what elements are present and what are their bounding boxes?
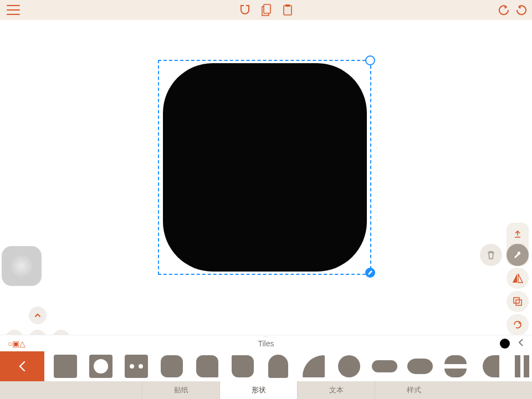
paste-icon[interactable] <box>282 4 293 16</box>
side-tools <box>507 223 529 335</box>
shape-mode-icon[interactable]: ○▣△ <box>8 339 25 348</box>
shapes-row[interactable] <box>44 355 532 378</box>
canvas[interactable] <box>0 20 532 335</box>
nudge-up-button[interactable] <box>29 306 47 324</box>
shape-tile-square-hole[interactable] <box>88 355 114 378</box>
tab-text[interactable]: 文本 <box>297 381 375 399</box>
menu-icon[interactable] <box>7 5 20 15</box>
copy-icon[interactable] <box>261 4 272 16</box>
shape-tile-rounded-square[interactable] <box>158 355 185 378</box>
shape-tile-quarter[interactable] <box>300 355 327 378</box>
edit-handle-icon[interactable] <box>365 268 375 278</box>
tab-shapes[interactable]: 形状 <box>219 381 297 399</box>
shape-tile-pill-tall[interactable] <box>265 355 291 378</box>
top-toolbar <box>0 0 532 20</box>
top-right-group <box>499 4 526 16</box>
shape-tile-moon[interactable] <box>478 355 504 378</box>
svg-rect-10 <box>514 298 519 303</box>
top-center-group <box>239 4 293 16</box>
panel-header: ︿ ○▣△ Tiles <box>0 335 532 351</box>
panel-back-button[interactable] <box>0 351 44 381</box>
shape-tile-ring[interactable] <box>442 355 469 378</box>
shape-tile-bean[interactable] <box>407 355 433 378</box>
svg-rect-5 <box>264 4 270 13</box>
rotate-handle-icon[interactable] <box>365 55 375 65</box>
bring-forward-button[interactable] <box>507 225 529 244</box>
chevron-left-icon[interactable] <box>518 338 524 349</box>
shape-tile-leaf-1[interactable] <box>194 355 221 378</box>
tab-style[interactable]: 样式 <box>375 381 452 399</box>
undo-icon[interactable] <box>499 4 510 16</box>
delete-button[interactable] <box>480 244 502 266</box>
selection-bounding-box <box>158 60 371 275</box>
svg-rect-11 <box>516 300 521 305</box>
flip-horizontal-button[interactable] <box>507 268 529 289</box>
svg-rect-6 <box>284 6 291 15</box>
shape-tile-bars[interactable] <box>513 355 532 378</box>
shape-tile-square[interactable] <box>52 355 79 378</box>
fill-color-swatch[interactable] <box>500 339 510 349</box>
shape-tile-pill[interactable] <box>371 355 398 378</box>
panel-title: Tiles <box>258 339 274 348</box>
assistive-touch-icon[interactable] <box>2 246 42 286</box>
canvas-bottom-tools <box>480 244 529 266</box>
bottom-tabs: 贴纸 形状 文本 样式 <box>0 381 532 399</box>
properties-button[interactable] <box>507 244 529 266</box>
magnet-icon[interactable] <box>239 4 251 16</box>
tab-stickers[interactable]: 贴纸 <box>142 381 219 399</box>
duplicate-button[interactable] <box>507 291 529 312</box>
shape-tile-leaf-2[interactable] <box>229 355 256 378</box>
rotate-button[interactable] <box>507 314 529 335</box>
svg-rect-7 <box>285 4 290 7</box>
shape-tile-circle[interactable] <box>336 355 362 378</box>
redo-icon[interactable] <box>515 4 526 16</box>
shape-tile-square-dots[interactable] <box>123 355 150 378</box>
shape-strip <box>0 351 532 381</box>
